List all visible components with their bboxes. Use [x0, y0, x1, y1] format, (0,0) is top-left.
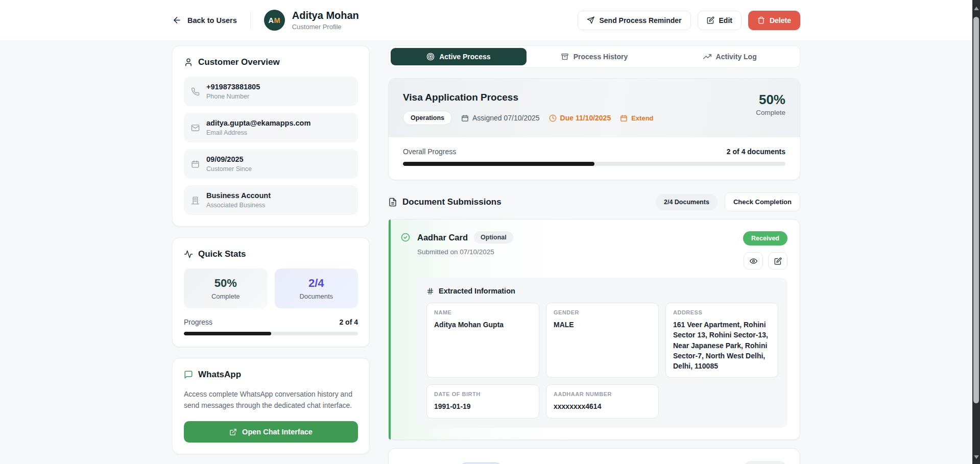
whatsapp-card: WhatsApp Access complete WhatsApp conver… — [172, 358, 370, 454]
field-address: ADDRESS 161 Veer Apartment, Rohini Secto… — [665, 303, 778, 378]
whatsapp-description: Access complete WhatsApp conversation hi… — [184, 389, 358, 411]
view-document-button[interactable] — [744, 252, 763, 270]
file-text-icon — [388, 198, 397, 207]
edit-button[interactable]: Edit — [698, 11, 742, 30]
header-divider — [250, 12, 251, 29]
phone-label: Phone Number — [206, 93, 260, 100]
due-date: Due 11/10/2025 — [549, 114, 611, 122]
check-circle-icon — [401, 233, 410, 242]
visa-process-card: Visa Application Process Operations Assi… — [388, 78, 800, 180]
avatar-initial: M — [274, 16, 280, 25]
overall-progress-value: 2 of 4 documents — [727, 148, 785, 156]
business-info-item: Business Account Associated Business — [184, 185, 358, 215]
field-label: GENDER — [554, 309, 651, 315]
sidebar: Customer Overview +919873881805 Phone Nu… — [172, 45, 370, 454]
business-value: Business Account — [206, 191, 271, 200]
stat-complete-value: 50% — [189, 277, 262, 290]
extend-button[interactable]: Extend — [620, 114, 653, 122]
send-process-reminder-button[interactable]: Send Process Reminder — [578, 11, 690, 30]
overall-progress-bar — [403, 162, 785, 166]
document-card-aadhar: Aadhar Card Optional Submitted on 07/10/… — [388, 219, 800, 440]
arrow-left-icon — [172, 15, 182, 25]
activity-icon — [184, 250, 193, 259]
extend-label: Extend — [631, 114, 653, 122]
field-value: 1991-01-19 — [434, 401, 532, 411]
assigned-date: Assigned 07/10/2025 — [461, 114, 540, 122]
extracted-information-panel: Extracted Information NAME Aditya Mohan … — [417, 278, 787, 428]
back-label: Back to Users — [187, 16, 237, 25]
trending-up-icon — [703, 53, 711, 61]
history-icon — [561, 53, 569, 61]
field-name: NAME Aditya Mohan Gupta — [426, 303, 539, 378]
edit-icon — [774, 257, 782, 265]
scrollbar-thumb[interactable] — [973, 17, 979, 403]
tab-process-history[interactable]: Process History — [527, 48, 662, 65]
tab-label: Activity Log — [716, 53, 757, 61]
mail-icon — [191, 124, 200, 132]
back-to-users-button[interactable]: Back to Users — [172, 15, 237, 25]
open-chat-interface-button[interactable]: Open Chat Interface — [184, 421, 358, 443]
document-card-passport: Passport Required Pending — [388, 448, 800, 464]
stat-documents: 2/4 Documents — [275, 268, 358, 308]
email-info-item: aditya.gupta@ekamapps.com Email Address — [184, 113, 358, 142]
scrollbar-down-arrow-icon[interactable] — [972, 453, 980, 461]
page-title: Aditya Mohan — [292, 10, 359, 21]
business-label: Associated Business — [206, 202, 271, 209]
email-label: Email Address — [206, 129, 310, 136]
calendar-icon — [461, 114, 469, 122]
scrollbar-up-arrow-icon[interactable] — [972, 4, 980, 12]
customer-since-value: 09/09/2025 — [206, 155, 252, 163]
submitted-date: Submitted on 07/10/2025 — [417, 248, 513, 256]
field-value: 161 Veer Apartment, Rohini Sector 13, Ro… — [673, 320, 771, 371]
quick-stats-card: Quick Stats 50% Complete 2/4 Documents P… — [172, 237, 370, 347]
due-label: Due 11/10/2025 — [560, 114, 611, 122]
tab-activity-log[interactable]: Activity Log — [662, 48, 798, 65]
edit-label: Edit — [719, 16, 732, 25]
sidebar-progress-bar — [184, 332, 358, 335]
calendar-icon — [191, 160, 200, 168]
department-badge: Operations — [403, 111, 452, 125]
field-value: Aditya Mohan Gupta — [434, 320, 532, 330]
stat-complete-label: Complete — [189, 292, 262, 300]
field-label: DATE OF BIRTH — [434, 391, 532, 397]
tab-bar: Active Process Process History Activity … — [388, 45, 800, 68]
process-percent-label: Complete — [756, 109, 785, 116]
stat-documents-value: 2/4 — [280, 277, 353, 290]
edit-document-button[interactable] — [768, 252, 787, 270]
check-completion-button[interactable]: Check Completion — [725, 192, 800, 211]
document-submissions-header: Document Submissions 2/4 Documents Check… — [388, 192, 800, 211]
building-icon — [191, 196, 200, 205]
window-scrollbar[interactable] — [972, 0, 980, 464]
avatar: AM — [264, 10, 285, 31]
assigned-label: Assigned 07/10/2025 — [472, 114, 540, 122]
phone-icon — [191, 87, 200, 96]
progress-label: Progress — [184, 318, 212, 326]
field-label: NAME — [434, 309, 532, 315]
progress-value: 2 of 4 — [339, 318, 358, 326]
top-bar: Back to Users AM Aditya Mohan Customer P… — [0, 0, 972, 40]
phone-value: +919873881805 — [206, 83, 260, 91]
document-name: Aadhar Card — [417, 233, 468, 242]
tab-active-process[interactable]: Active Process — [391, 48, 527, 65]
user-icon — [184, 58, 193, 67]
field-aadhaar-number: AADHAAR NUMBER xxxxxxxx4614 — [546, 384, 659, 418]
customer-since-label: Customer Since — [206, 165, 252, 173]
documents-title: Document Submissions — [402, 197, 501, 207]
tab-label: Process History — [573, 53, 628, 61]
quick-stats-title: Quick Stats — [198, 249, 246, 259]
extracted-title: Extracted Information — [439, 287, 515, 295]
edit-icon — [707, 16, 714, 24]
tab-label: Active Process — [439, 53, 490, 61]
status-badge-received: Received — [743, 231, 787, 246]
overall-progress-label: Overall Progress — [403, 148, 456, 156]
field-value: xxxxxxxx4614 — [554, 401, 651, 411]
reminder-label: Send Process Reminder — [599, 16, 681, 25]
chat-bubble-icon — [184, 370, 193, 379]
main-panel: Active Process Process History Activity … — [388, 45, 800, 464]
field-gender: GENDER MALE — [546, 303, 659, 378]
page-viewport: Back to Users AM Aditya Mohan Customer P… — [0, 0, 972, 464]
delete-button[interactable]: Delete — [748, 11, 800, 30]
field-label: ADDRESS — [673, 309, 771, 315]
process-percent: 50% — [756, 92, 785, 108]
stat-complete: 50% Complete — [184, 268, 268, 308]
